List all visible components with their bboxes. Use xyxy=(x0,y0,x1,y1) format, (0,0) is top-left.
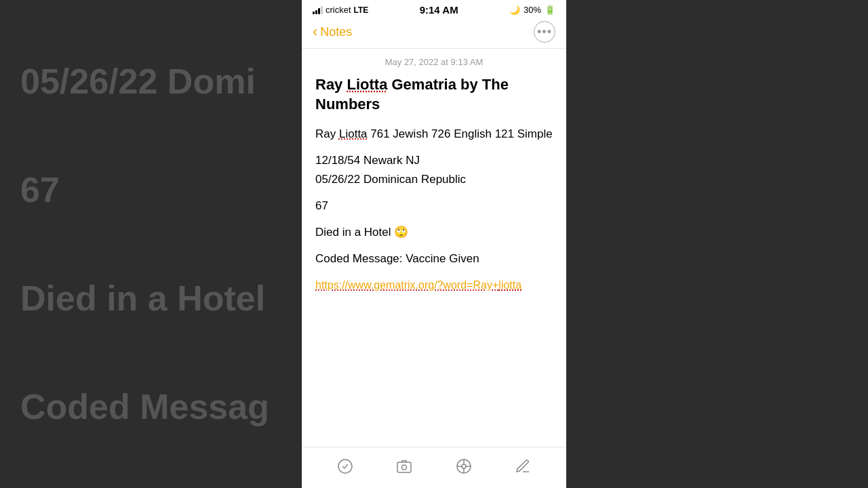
location-icon xyxy=(456,458,472,474)
location-button[interactable] xyxy=(452,454,476,479)
back-button[interactable]: ‹ Notes xyxy=(313,23,352,41)
status-right: 🌙 30% 🔋 xyxy=(509,5,555,15)
body-age-line: 67 xyxy=(315,197,553,215)
note-body: Ray Liotta 761 Jewish 726 English 121 Si… xyxy=(315,125,553,294)
phone-frame: cricket LTE 9:14 AM 🌙 30% 🔋 ‹ Notes ••• … xyxy=(302,0,566,488)
nav-bar: ‹ Notes ••• xyxy=(302,18,566,49)
body-hotel-line: Died in a Hotel 🙄 xyxy=(315,223,553,241)
camera-button[interactable] xyxy=(392,454,416,479)
back-label: Notes xyxy=(320,25,352,39)
signal-bar-4 xyxy=(321,6,323,14)
note-timestamp: May 27, 2022 at 9:13 AM xyxy=(315,57,553,67)
battery-icon: 🔋 xyxy=(545,5,555,15)
signal-bar-3 xyxy=(318,8,320,14)
note-content: May 27, 2022 at 9:13 AM Ray Liotta Gemat… xyxy=(302,49,566,447)
body-birth: 12/18/54 Newark NJ xyxy=(315,154,420,167)
chevron-left-icon: ‹ xyxy=(313,23,317,41)
signal-bar-2 xyxy=(315,10,317,14)
network-label: LTE xyxy=(354,5,369,15)
signal-bar-1 xyxy=(313,12,315,14)
compose-icon xyxy=(515,458,531,474)
more-button[interactable]: ••• xyxy=(534,21,555,43)
body-death: 05/26/22 Dominican Republic xyxy=(315,173,466,186)
link-text-underline: liotta xyxy=(498,279,521,291)
title-ray: Ray xyxy=(315,76,347,93)
gematrix-link[interactable]: https://www.gematrix.org/?word=Ray+liott… xyxy=(315,279,521,291)
svg-point-4 xyxy=(462,464,466,468)
checklist-button[interactable] xyxy=(333,454,357,479)
body-liotta-underline: Liotta xyxy=(339,127,368,140)
bg-line-4: Coded Messag xyxy=(20,386,278,427)
battery-percent: 30% xyxy=(524,5,541,15)
svg-point-2 xyxy=(402,465,407,470)
status-left: cricket LTE xyxy=(313,5,368,15)
bg-line-2: 67 xyxy=(20,169,278,210)
svg-rect-1 xyxy=(397,462,411,472)
title-liotta: Liotta xyxy=(347,76,387,93)
note-title: Ray Liotta Gematria by The Numbers xyxy=(315,75,553,114)
compose-button[interactable] xyxy=(511,454,535,479)
body-coded-line: Coded Message: Vaccine Given xyxy=(315,249,553,268)
background-text-panel: 05/26/22 Domi 67 Died in a Hotel Coded M… xyxy=(0,0,298,488)
time-display: 9:14 AM xyxy=(420,4,458,16)
status-bar: cricket LTE 9:14 AM 🌙 30% 🔋 xyxy=(302,0,566,18)
body-gematria-line: Ray Liotta 761 Jewish 726 English 121 Si… xyxy=(315,125,553,143)
svg-point-0 xyxy=(338,460,352,473)
link-text-start: https://www.gematrix.org/?word=Ray+ xyxy=(315,279,498,291)
bg-line-3: Died in a Hotel xyxy=(20,278,278,319)
more-icon: ••• xyxy=(537,26,552,38)
camera-icon xyxy=(396,458,412,474)
bottom-toolbar xyxy=(302,447,566,488)
body-link-line: https://www.gematrix.org/?word=Ray+liott… xyxy=(315,276,553,294)
moon-icon: 🌙 xyxy=(509,5,520,15)
body-birth-line: 12/18/54 Newark NJ 05/26/22 Dominican Re… xyxy=(315,151,553,188)
carrier-label: cricket xyxy=(326,5,351,15)
checklist-icon xyxy=(337,458,353,474)
signal-bars xyxy=(313,6,323,14)
bg-line-1: 05/26/22 Domi xyxy=(20,61,278,102)
